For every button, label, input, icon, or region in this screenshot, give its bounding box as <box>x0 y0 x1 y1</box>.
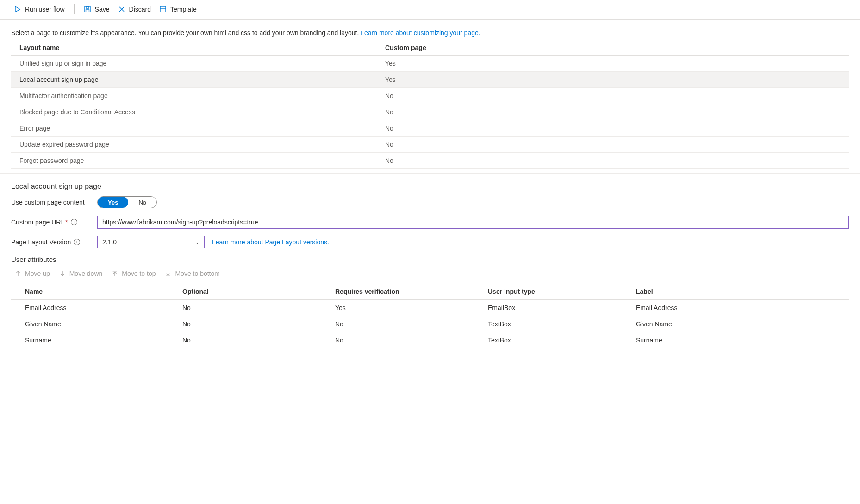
close-icon <box>118 6 125 13</box>
version-label-text: Page Layout Version <box>11 238 71 246</box>
ua-name-cell: Surname <box>25 336 182 344</box>
use-custom-toggle[interactable]: Yes No <box>97 196 157 208</box>
version-learn-more-link[interactable]: Learn more about Page Layout versions. <box>212 238 329 246</box>
ua-input-cell: TextBox <box>488 336 636 344</box>
info-icon[interactable]: i <box>71 219 77 225</box>
svg-rect-2 <box>86 6 89 8</box>
discard-label: Discard <box>129 6 151 13</box>
move-up-label: Move up <box>25 270 50 277</box>
custom-uri-row: Custom page URI * i <box>11 216 849 229</box>
layout-custom-cell: Yes <box>385 76 841 83</box>
user-attributes-title: User attributes <box>11 255 849 263</box>
run-user-flow-button[interactable]: Run user flow <box>13 4 66 15</box>
version-row: Page Layout Version i 2.1.0 ⌄ Learn more… <box>11 236 849 248</box>
table-row[interactable]: Update expired password pageNo <box>11 137 849 153</box>
layout-name-cell: Multifactor authentication page <box>19 92 385 100</box>
arrow-top-icon <box>112 270 118 277</box>
table-row[interactable]: Unified sign up or sign in pageYes <box>11 56 849 72</box>
save-label: Save <box>95 6 110 13</box>
version-label: Page Layout Version i <box>11 238 97 246</box>
move-top-label: Move to top <box>122 270 156 277</box>
table-row[interactable]: Forgot password pageNo <box>11 153 849 169</box>
layout-custom-cell: No <box>385 92 841 100</box>
ua-verify-cell: No <box>335 336 488 344</box>
version-select[interactable]: 2.1.0 ⌄ <box>97 236 205 248</box>
table-row[interactable]: Given NameNoNoTextBoxGiven Name <box>11 316 849 332</box>
layout-name-cell: Local account sign up page <box>19 76 385 83</box>
svg-rect-6 <box>160 6 166 12</box>
layout-name-cell: Blocked page due to Conditional Access <box>19 108 385 116</box>
custom-uri-label: Custom page URI * i <box>11 218 97 226</box>
layout-detail: Local account sign up page Use custom pa… <box>0 174 860 348</box>
ua-label-cell: Email Address <box>636 304 835 311</box>
ua-label-cell: Given Name <box>636 320 835 328</box>
layout-name-cell: Unified sign up or sign in page <box>19 60 385 67</box>
ua-input-cell: EmailBox <box>488 304 636 311</box>
table-row[interactable]: Email AddressNoYesEmailBoxEmail Address <box>11 300 849 316</box>
command-bar: Run user flow Save Discard Template <box>0 0 860 20</box>
play-icon <box>14 6 21 13</box>
ua-verify-cell: Yes <box>335 304 488 311</box>
svg-marker-0 <box>15 6 20 12</box>
table-row[interactable]: SurnameNoNoTextBoxSurname <box>11 332 849 348</box>
ua-col-label: Label <box>636 288 835 295</box>
arrow-bottom-icon <box>165 270 171 277</box>
layout-custom-cell: No <box>385 157 841 164</box>
ua-input-cell: TextBox <box>488 320 636 328</box>
ua-optional-cell: No <box>182 320 335 328</box>
intro-text: Select a page to customize it's appearan… <box>0 20 860 40</box>
chevron-down-icon: ⌄ <box>195 239 199 245</box>
learn-more-link[interactable]: Learn more about customizing your page. <box>361 29 480 37</box>
save-icon <box>84 6 91 13</box>
template-label: Template <box>170 6 197 13</box>
move-down-label: Move down <box>69 270 103 277</box>
table-row[interactable]: Error pageNo <box>11 120 849 137</box>
table-row[interactable]: Local account sign up pageYes <box>11 72 849 88</box>
custom-uri-input[interactable] <box>97 216 849 229</box>
move-top-button[interactable]: Move to top <box>112 270 156 277</box>
svg-rect-3 <box>86 10 89 12</box>
arrow-up-icon <box>15 270 21 277</box>
ua-col-optional: Optional <box>182 288 335 295</box>
layout-name-cell: Error page <box>19 124 385 132</box>
table-row[interactable]: Blocked page due to Conditional AccessNo <box>11 104 849 120</box>
toggle-yes[interactable]: Yes <box>98 197 128 208</box>
table-row[interactable]: Multifactor authentication pageNo <box>11 88 849 104</box>
run-label: Run user flow <box>25 6 65 13</box>
ua-optional-cell: No <box>182 336 335 344</box>
discard-button[interactable]: Discard <box>117 4 152 15</box>
ua-label-cell: Surname <box>636 336 835 344</box>
layouts-table: Layout name Custom page Unified sign up … <box>11 40 849 169</box>
required-asterisk: * <box>65 218 68 226</box>
ua-header: Name Optional Requires verification User… <box>11 284 849 300</box>
detail-title: Local account sign up page <box>11 182 849 191</box>
user-attributes-toolbar: Move up Move down Move to top Move to bo… <box>11 270 849 277</box>
toggle-no[interactable]: No <box>128 197 156 208</box>
ua-col-verify: Requires verification <box>335 288 488 295</box>
move-bottom-button[interactable]: Move to bottom <box>165 270 220 277</box>
arrow-down-icon <box>59 270 66 277</box>
ua-name-cell: Email Address <box>25 304 182 311</box>
use-custom-label: Use custom page content <box>11 199 97 206</box>
layouts-col-custom: Custom page <box>385 44 841 51</box>
save-button[interactable]: Save <box>83 4 111 15</box>
layout-custom-cell: Yes <box>385 60 841 67</box>
version-value: 2.1.0 <box>102 238 117 246</box>
user-attributes-table: Name Optional Requires verification User… <box>11 284 849 348</box>
info-icon[interactable]: i <box>74 239 80 245</box>
layout-custom-cell: No <box>385 108 841 116</box>
move-down-button[interactable]: Move down <box>59 270 103 277</box>
layout-custom-cell: No <box>385 124 841 132</box>
move-bottom-label: Move to bottom <box>175 270 220 277</box>
intro-text-content: Select a page to customize it's appearan… <box>11 29 361 37</box>
layout-name-cell: Forgot password page <box>19 157 385 164</box>
template-button[interactable]: Template <box>158 4 198 15</box>
ua-optional-cell: No <box>182 304 335 311</box>
ua-verify-cell: No <box>335 320 488 328</box>
layout-name-cell: Update expired password page <box>19 141 385 148</box>
ua-name-cell: Given Name <box>25 320 182 328</box>
layouts-col-name: Layout name <box>19 44 385 51</box>
ua-col-input: User input type <box>488 288 636 295</box>
move-up-button[interactable]: Move up <box>15 270 50 277</box>
layout-custom-cell: No <box>385 141 841 148</box>
